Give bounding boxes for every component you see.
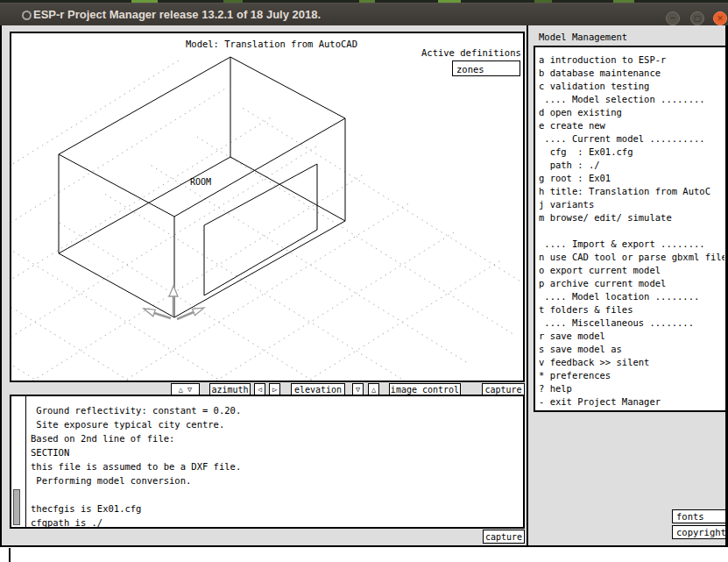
rotate-up-down-button[interactable]: △ ▽ (171, 383, 200, 395)
minimize-button-icon[interactable]: ─ (666, 11, 680, 25)
menu-item[interactable]: t folders & files (539, 303, 724, 317)
console-line: Ground reflectivity: constant = 0.20. (31, 403, 521, 417)
close-button-icon[interactable]: ✕ (713, 11, 727, 25)
room-label: ROOM (190, 177, 211, 187)
esp-r-project-manager-window: ESP-r Project Manager release 13.2.1 of … (0, 0, 728, 562)
console-line: this file is assumed to be a DXF file. (31, 459, 521, 473)
menu-item[interactable]: g root : Ex01 (539, 172, 724, 185)
menu-item[interactable]: m browse/ edit/ simulate (539, 211, 724, 224)
menu-item[interactable]: .... Miscellaneous ........ (539, 317, 724, 330)
window-content: ROOM Model: Translation from AutoCAD Act… (0, 25, 728, 545)
model-title: Model: Translation from AutoCAD (186, 39, 357, 49)
menu-item[interactable]: n use CAD tool or parse gbxml file (539, 251, 724, 264)
menu-item[interactable]: .... Current model .......... (539, 132, 724, 146)
menu-item[interactable]: v feedback >> silent (539, 356, 724, 369)
menu-item[interactable]: a introduction to ESP-r (539, 53, 724, 67)
isometric-grid-dotted-lines (11, 60, 523, 381)
wireframe-viewport[interactable]: ROOM Model: Translation from AutoCAD Act… (10, 32, 525, 382)
rotate-left-button[interactable]: ◁ (254, 383, 265, 395)
console-line: cfgpath is ./ (31, 516, 521, 530)
menu-item[interactable]: h title: Translation from AutoC (539, 185, 724, 198)
menu-item[interactable]: s save model as (539, 343, 724, 356)
capture-button-top[interactable]: capture (482, 383, 525, 395)
text-feedback-console: Ground reflectivity: constant = 0.20. Si… (10, 395, 525, 529)
origin-axes-arrows (144, 286, 204, 319)
copyright-button[interactable]: copyright (672, 525, 726, 539)
menu-item[interactable]: p archive current model (539, 277, 724, 290)
console-line: Site exposure typical city centre. (31, 417, 521, 431)
menu-item[interactable]: - exit Project Manager (539, 395, 724, 409)
menu-list: a introduction to ESP-rb database mainte… (539, 53, 724, 409)
model-management-menu: a introduction to ESP-rb database mainte… (534, 46, 727, 412)
active-definitions-label: Active definitions (421, 47, 521, 58)
rotate-right-button[interactable]: ▷ (269, 383, 280, 395)
menu-item[interactable]: r save model (539, 330, 724, 343)
room-box-wireframe (59, 57, 345, 317)
text-cursor (9, 548, 11, 562)
menu-item[interactable]: path : ./ (539, 159, 724, 172)
console-line: thecfgis is Ex01.cfg (31, 502, 521, 516)
elevation-down-button[interactable]: ▽ (352, 383, 364, 395)
panel-divider (527, 25, 528, 545)
menu-item[interactable]: cfg : Ex01.cfg (539, 146, 724, 159)
scrollbar-thumb[interactable] (13, 489, 20, 525)
elevation-button[interactable]: elevation (291, 383, 345, 395)
elevation-up-button[interactable]: △ (368, 383, 379, 395)
zones-button[interactable]: zones (452, 60, 520, 76)
menu-item[interactable]: .... Model location ........ (539, 290, 724, 303)
menu-item[interactable]: c validation testing (539, 80, 724, 93)
console-line: Based on 2nd line of file: (31, 431, 521, 445)
menu-item[interactable]: o export current model (539, 264, 724, 277)
command-entry-footer[interactable] (0, 547, 728, 562)
azimuth-button[interactable]: azimuth (209, 383, 251, 395)
console-line: Performing model conversion. (31, 473, 521, 487)
z-axis-arrow-icon (169, 286, 178, 296)
maximize-button-icon[interactable]: ▢ (690, 11, 704, 25)
door-opening-wireframe (204, 164, 317, 295)
y-axis-arrow-icon (193, 308, 205, 316)
menu-item[interactable]: .... Import & export ........ (539, 238, 724, 251)
menu-item[interactable] (539, 224, 724, 238)
titlebar[interactable]: ESP-r Project Manager release 13.2.1 of … (0, 3, 728, 25)
menu-item[interactable]: j variants (539, 198, 724, 211)
menu-item[interactable]: .... Model selection ........ (539, 93, 724, 106)
x-axis-arrow-icon (144, 309, 155, 317)
wireframe-canvas: ROOM (11, 33, 523, 381)
menu-item[interactable]: e create new (539, 119, 724, 132)
console-text: Ground reflectivity: constant = 0.20. Si… (31, 403, 521, 530)
menu-header: Model Management (539, 32, 627, 42)
console-scrollbar[interactable] (11, 396, 26, 527)
capture-button-bottom[interactable]: capture (483, 530, 525, 544)
menu-item[interactable]: ? help (539, 382, 724, 395)
menu-item[interactable]: * preferences (539, 369, 724, 382)
app-icon (22, 11, 32, 20)
window-title: ESP-r Project Manager release 13.2.1 of … (33, 8, 559, 21)
fonts-button[interactable]: fonts (672, 509, 726, 523)
image-control-button[interactable]: image control (389, 383, 461, 395)
menu-item[interactable]: d open existing (539, 106, 724, 119)
console-line: SECTION (31, 445, 521, 459)
menu-item[interactable]: b database maintenance (539, 67, 724, 80)
console-line (31, 487, 521, 502)
